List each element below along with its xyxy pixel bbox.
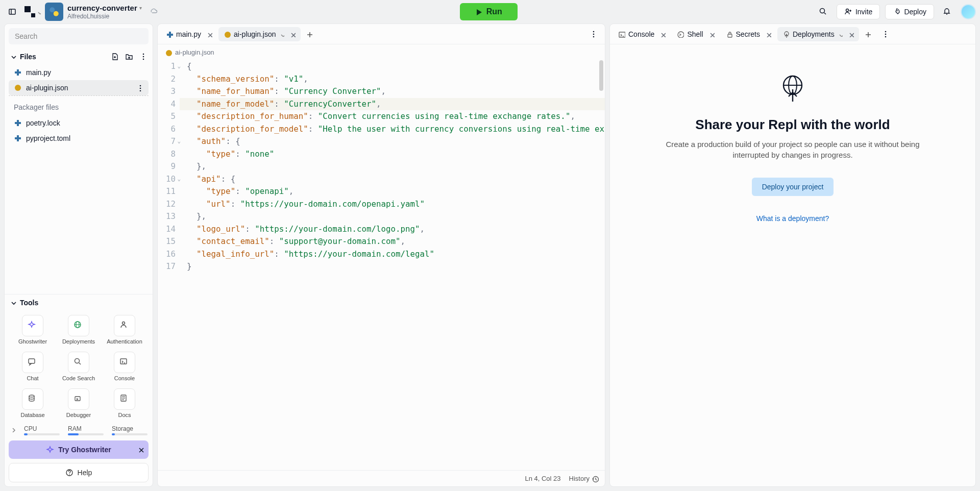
- invite-icon: [844, 8, 852, 16]
- json-icon: [165, 49, 172, 56]
- json-icon: [14, 84, 22, 92]
- deploy-icon: [782, 31, 790, 38]
- tool-deployments[interactable]: Deployments: [57, 315, 101, 345]
- close-tab-button[interactable]: [846, 30, 856, 38]
- toggle-sidebar-button[interactable]: [4, 4, 20, 20]
- panel-tab-console[interactable]: Console: [613, 27, 671, 41]
- tool-label: Authentication: [107, 338, 142, 345]
- close-ghostwriter-cta[interactable]: [137, 446, 144, 453]
- ram-label: RAM: [68, 425, 104, 432]
- tool-label: Deployments: [62, 338, 95, 345]
- what-is-deployment-link[interactable]: What is a deployment?: [756, 214, 829, 223]
- notifications-button[interactable]: [939, 4, 955, 20]
- panel-tab-shell[interactable]: Shell: [672, 27, 719, 41]
- deploy-project-button[interactable]: Deploy your project: [752, 178, 834, 196]
- deployments-icon: [74, 321, 84, 331]
- close-tab-button[interactable]: [706, 30, 717, 38]
- global-search-button[interactable]: [815, 4, 831, 20]
- python-icon: [14, 119, 22, 127]
- tab-label: ai-plugin.json: [234, 30, 276, 38]
- file-poetry-lock[interactable]: poetry.lock: [9, 115, 149, 131]
- try-ghostwriter-button[interactable]: Try Ghostwriter: [9, 440, 149, 459]
- sync-status-icon[interactable]: [146, 4, 162, 20]
- chevron-right-icon: [10, 426, 16, 432]
- project-name[interactable]: currency-converter ▾: [67, 4, 142, 13]
- cursor-position[interactable]: Ln 4, Col 23: [525, 475, 560, 482]
- authentication-icon: [119, 321, 130, 331]
- chevron-down-icon: [279, 32, 284, 37]
- chevron-down-icon: [10, 53, 17, 60]
- tool-database[interactable]: Database: [11, 388, 55, 418]
- tool-label: Ghostwriter: [18, 338, 47, 345]
- packager-files-heading: Packager files: [5, 99, 153, 115]
- tool-console[interactable]: Console: [103, 352, 146, 381]
- play-icon: [475, 8, 482, 15]
- tool-debugger[interactable]: Debugger: [57, 388, 101, 418]
- files-section-toggle[interactable]: Files: [5, 48, 153, 65]
- docs-icon: [119, 394, 130, 404]
- sparkle-icon: [46, 446, 54, 454]
- panel-tab-deployments[interactable]: Deployments: [777, 27, 859, 41]
- tools-section-toggle[interactable]: Tools: [5, 294, 153, 311]
- cpu-label: CPU: [24, 425, 60, 432]
- json-icon: [224, 31, 231, 38]
- invite-button[interactable]: Invite: [837, 4, 880, 19]
- resource-monitor[interactable]: CPU RAM Storage: [5, 422, 153, 436]
- files-more-button[interactable]: [139, 53, 148, 61]
- storage-label: Storage: [112, 425, 148, 432]
- tool-authentication[interactable]: Authentication: [103, 315, 146, 345]
- new-panel-tab-button[interactable]: [860, 29, 875, 40]
- deploy-button[interactable]: Deploy: [885, 4, 934, 19]
- new-tab-button[interactable]: [302, 29, 317, 40]
- tool-chat[interactable]: Chat: [11, 352, 55, 381]
- code-editor[interactable]: 1234567891011121314151617 { "schema_vers…: [158, 60, 605, 470]
- tab-label: main.py: [176, 30, 201, 38]
- project-owner[interactable]: AlfredoLhuissie: [67, 13, 142, 20]
- tab-label: Console: [628, 30, 654, 38]
- history-icon: [592, 475, 599, 482]
- svg-point-45: [50, 7, 55, 12]
- tab-main-py[interactable]: main.py: [161, 27, 217, 41]
- help-icon: [65, 469, 74, 477]
- new-file-button[interactable]: [111, 53, 119, 61]
- deployments-hero-icon: [777, 73, 808, 104]
- file-ai-plugin-json[interactable]: ai-plugin.json: [9, 80, 149, 95]
- search-input[interactable]: Search: [9, 28, 149, 44]
- tool-label: Docs: [118, 412, 131, 418]
- python-icon: [166, 31, 173, 38]
- chevron-down-icon: ▾: [139, 5, 142, 11]
- breadcrumb-file[interactable]: ai-plugin.json: [175, 48, 214, 56]
- close-tab-button[interactable]: [204, 30, 214, 38]
- tab-ai-plugin-json[interactable]: ai-plugin.json: [218, 27, 301, 41]
- close-tab-button[interactable]: [657, 30, 668, 38]
- replit-logo[interactable]: [24, 4, 41, 20]
- tool-docs[interactable]: Docs: [103, 388, 146, 418]
- file-more-button[interactable]: [136, 84, 143, 91]
- tool-label: Console: [114, 375, 135, 381]
- close-tab-button[interactable]: [287, 30, 298, 38]
- file-label: pyproject.toml: [26, 134, 70, 142]
- file-pyproject-toml[interactable]: pyproject.toml: [9, 131, 149, 146]
- tool-ghostwriter[interactable]: Ghostwriter: [11, 315, 55, 345]
- new-folder-button[interactable]: [125, 53, 133, 61]
- tool-code-search[interactable]: Code Search: [57, 352, 101, 381]
- chevron-down-icon: [10, 299, 17, 306]
- tool-label: Database: [20, 412, 44, 418]
- close-tab-button[interactable]: [763, 30, 773, 38]
- panel-tab-secrets[interactable]: Secrets: [721, 27, 776, 41]
- panel-more-button[interactable]: [877, 26, 894, 42]
- vertical-scrollbar[interactable]: [599, 60, 604, 470]
- console-icon: [119, 357, 130, 367]
- debugger-icon: [74, 394, 84, 404]
- tab-label: Secrets: [736, 30, 760, 38]
- avatar[interactable]: [961, 4, 976, 19]
- file-label: poetry.lock: [26, 119, 60, 127]
- tool-label: Chat: [27, 375, 38, 381]
- tab-label: Deployments: [793, 30, 835, 38]
- help-button[interactable]: Help: [9, 463, 149, 482]
- history-button[interactable]: History: [569, 475, 599, 482]
- run-button[interactable]: Run: [460, 3, 518, 20]
- editor-more-button[interactable]: [585, 26, 602, 42]
- tab-label: Shell: [687, 30, 703, 38]
- file-main-py[interactable]: main.py: [9, 65, 149, 80]
